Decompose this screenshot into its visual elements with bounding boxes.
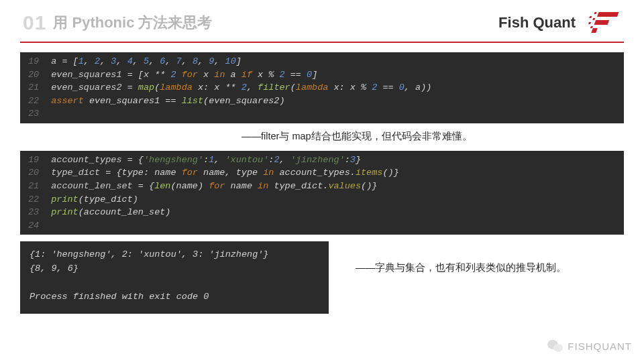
svg-rect-0 (597, 12, 619, 17)
chapter-number: 01 (23, 11, 46, 34)
svg-rect-2 (591, 28, 598, 33)
svg-rect-3 (594, 12, 596, 14)
footer-watermark: FISHQUANT (547, 339, 632, 353)
brand-name: Fish Quant (498, 14, 576, 32)
code-block-2: 192021222324 account_types = {'hengsheng… (20, 151, 624, 235)
svg-point-9 (553, 344, 563, 352)
svg-rect-6 (588, 22, 591, 24)
output-block: {1: 'hengsheng', 2: 'xuntou', 3: 'jinzhe… (20, 241, 329, 314)
code-gutter: 192021222324 (20, 151, 46, 235)
page-header: 01 用 Pythonic 方法来思考 Fish Quant (0, 0, 644, 42)
header-divider (20, 42, 624, 43)
annotation-2: ——字典与集合，也有和列表类似的推导机制。 (20, 261, 624, 274)
svg-rect-4 (589, 16, 592, 18)
svg-rect-7 (590, 26, 593, 28)
svg-rect-5 (592, 18, 595, 20)
content-area: 1920212223 a = [1, 2, 3, 4, 5, 6, 7, 8, … (0, 52, 644, 274)
code-gutter: 1920212223 (20, 52, 46, 123)
watermark-text: FISHQUANT (568, 341, 632, 352)
code-body: account_types = {'hengsheng':1, 'xuntou'… (46, 151, 624, 235)
brand-logo-icon (588, 9, 624, 36)
wechat-icon (547, 339, 564, 353)
svg-rect-1 (594, 20, 610, 25)
chapter-title: 用 Pythonic 方法来思考 (53, 13, 212, 33)
annotation-1: ——filter与 map结合也能实现，但代码会非常难懂。 (20, 130, 624, 143)
code-block-1: 1920212223 a = [1, 2, 3, 4, 5, 6, 7, 8, … (20, 52, 624, 123)
code-body: a = [1, 2, 3, 4, 5, 6, 7, 8, 9, 10]even_… (46, 52, 624, 123)
